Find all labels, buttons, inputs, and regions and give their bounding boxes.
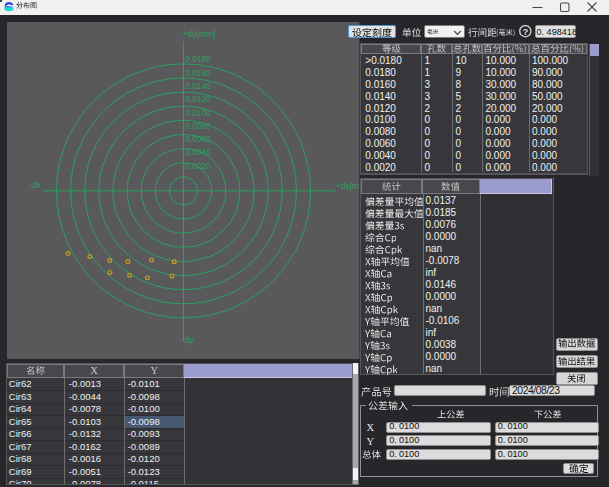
svg-text:?: ? [522, 25, 528, 36]
